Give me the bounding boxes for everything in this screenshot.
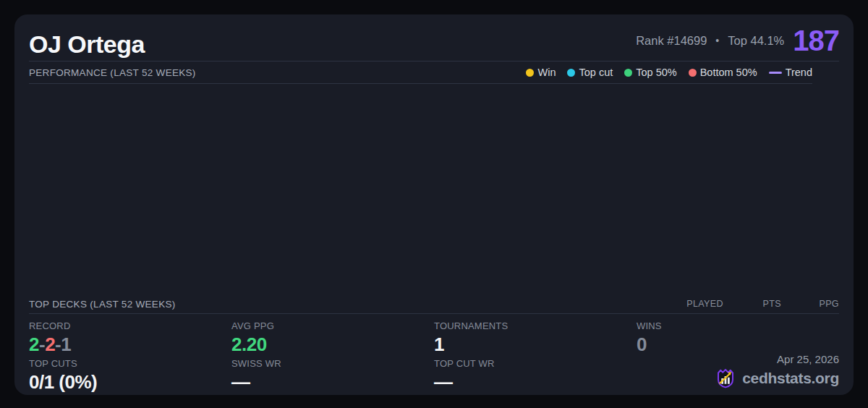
record-part: 1 [61, 333, 71, 355]
stat-label: WINS [637, 319, 839, 333]
stat-label: TOURNAMENTS [434, 319, 637, 333]
stat-value-avg-ppg: 2.20 [231, 333, 434, 357]
legend-label: Trend [786, 67, 812, 78]
rank-group: Rank #14699 • Top 44.1% 187 [636, 26, 839, 55]
trend-line-swatch-icon [769, 72, 782, 74]
stat-top-cut-wr: TOP CUT WR — [434, 357, 637, 394]
legend-dot-icon [526, 69, 534, 77]
stat-value-top-cuts: 0/1 (0%) [29, 370, 231, 394]
brand-wordmark: cedhstats.org [742, 370, 839, 387]
legend-dot-icon [624, 69, 632, 77]
stat-tournaments: TOURNAMENTS 1 [434, 319, 637, 357]
stat-value-record: 2-2-1 [29, 333, 231, 357]
stat-label: TOP CUTS [29, 357, 231, 370]
legend-label: Bottom 50% [700, 67, 757, 78]
stat-label: SWISS WR [231, 357, 434, 370]
stat-label: AVG PPG [231, 319, 434, 333]
stat-label: RECORD [29, 319, 231, 333]
performance-chart [29, 84, 839, 294]
card-header: OJ Ortega Rank #14699 • Top 44.1% 187 [29, 14, 839, 61]
legend-item: Top 50% [624, 67, 676, 78]
record-part: 2 [29, 333, 39, 355]
top-decks-title: TOP DECKS (LAST 52 WEEKS) [29, 299, 176, 310]
stat-value-top-cut-wr: — [434, 370, 637, 394]
stat-swiss-wr: SWISS WR — [231, 357, 434, 394]
chart-legend: WinTop cutTop 50%Bottom 50%Trend [526, 67, 812, 78]
footer: Apr 25, 2026 cedhstats.org [715, 353, 839, 389]
legend-dot-icon [689, 69, 697, 77]
rank-separator: • [715, 35, 719, 46]
player-name: OJ Ortega [29, 29, 145, 59]
stat-avg-ppg: AVG PPG 2.20 [231, 319, 434, 357]
performance-title: PERFORMANCE (LAST 52 WEEKS) [29, 67, 196, 78]
player-stats-card: OJ Ortega Rank #14699 • Top 44.1% 187 PE… [14, 14, 854, 395]
elo-rating: 187 [793, 26, 839, 55]
column-header-pts: PTS [723, 299, 781, 309]
stat-label: TOP CUT WR [434, 357, 637, 370]
column-header-ppg: PPG [781, 299, 839, 309]
record-part: - [39, 333, 45, 355]
legend-item: Bottom 50% [689, 67, 757, 78]
legend-item: Top cut [567, 67, 613, 78]
cedhstats-shield-logo-icon [715, 367, 736, 389]
legend-label: Top 50% [636, 67, 676, 78]
stat-top-cuts: TOP CUTS 0/1 (0%) [29, 357, 231, 394]
top-decks-columns: PLAYED PTS PPG [665, 299, 839, 309]
snapshot-date: Apr 25, 2026 [715, 353, 839, 365]
performance-header: PERFORMANCE (LAST 52 WEEKS) WinTop cutTo… [29, 61, 812, 84]
top-percent-text: Top 44.1% [728, 34, 784, 48]
record-part: 2 [45, 333, 55, 355]
legend-label: Top cut [579, 67, 613, 78]
rank-text: Rank #14699 [636, 34, 707, 48]
top-decks-header: TOP DECKS (LAST 52 WEEKS) PLAYED PTS PPG [29, 294, 839, 314]
legend-label: Win [537, 67, 556, 78]
stat-wins: WINS 0 [637, 319, 839, 357]
brand-row: cedhstats.org [715, 367, 839, 389]
legend-item: Trend [769, 67, 812, 78]
legend-item: Win [526, 67, 556, 78]
column-header-played: PLAYED [665, 299, 723, 309]
stat-record: RECORD 2-2-1 [29, 319, 231, 357]
stat-value-swiss-wr: — [231, 370, 434, 394]
stat-value-tournaments: 1 [434, 333, 637, 357]
legend-dot-icon [567, 69, 575, 77]
